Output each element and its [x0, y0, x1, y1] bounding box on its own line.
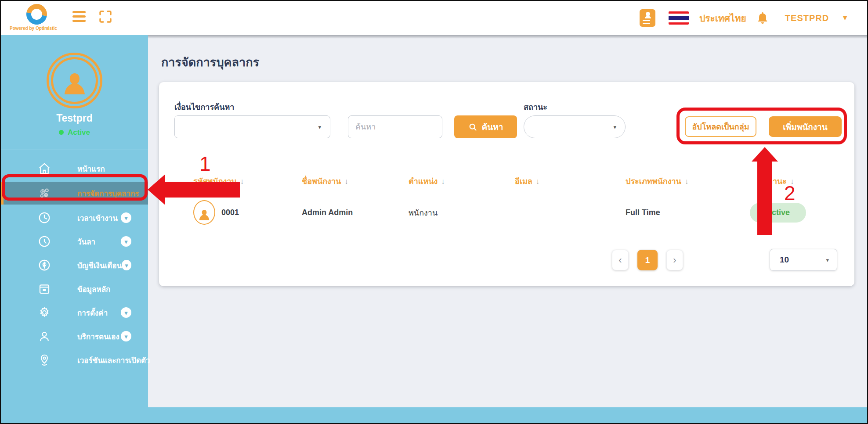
pagination: ‹ 1 ›: [612, 250, 683, 270]
employee-table: รหัสพนักงาน↓ ชื่อพนักงาน↓ ตำแหน่ง↓ อีเมล…: [181, 170, 838, 233]
current-page-button[interactable]: 1: [637, 250, 658, 270]
sidebar-item-payroll[interactable]: บัญชีเงินเดือน ▾: [1, 255, 148, 276]
sort-icon: ↓: [441, 177, 445, 186]
search-icon: [468, 122, 477, 132]
sort-icon: ↓: [240, 177, 244, 186]
topbar: Powered by Optimistic ประเทศไทย: [1, 1, 867, 35]
add-employee-button[interactable]: เพิ่มพนักงาน: [769, 116, 842, 137]
employee-code: 0001: [221, 208, 239, 217]
version-release-icon: [38, 353, 51, 367]
bottom-strip: [1, 407, 867, 423]
page-size-select[interactable]: 10 ▾: [770, 249, 837, 271]
chevron-down-icon[interactable]: ▾: [121, 236, 131, 247]
self-service-icon: [38, 330, 51, 343]
sidebar-nav: หน้าแรก การจัดการบุคลากร เวลาเข้างาน ▾: [1, 158, 148, 370]
header-status[interactable]: สถานะ↓: [750, 175, 838, 187]
app-window: Powered by Optimistic ประเทศไทย: [0, 0, 868, 424]
sidebar: Testprd Active หน้าแรก การจัดการบุคลากร: [1, 35, 148, 407]
status-badge: Active: [750, 203, 806, 223]
table-header-row: รหัสพนักงาน↓ ชื่อพนักงาน↓ ตำแหน่ง↓ อีเมล…: [181, 170, 838, 192]
sort-icon: ↓: [790, 177, 794, 186]
user-menu-label[interactable]: TESTPRD: [785, 13, 829, 23]
topbar-actions: ประเทศไทย TESTPRD ▼: [640, 1, 849, 35]
sidebar-item-version-release[interactable]: เวอร์ชันและการเปิดตัว: [1, 349, 148, 370]
employee-avatar: [193, 200, 215, 225]
avatar: [47, 53, 102, 108]
search-button[interactable]: ค้นหา: [454, 115, 517, 138]
caret-down-icon: ▾: [826, 257, 829, 263]
leave-days-icon: [38, 235, 51, 248]
profile-status: Active: [1, 128, 148, 137]
user-menu-caret-icon[interactable]: ▼: [841, 14, 849, 22]
sidebar-item-master-data[interactable]: ข้อมูลหลัก: [1, 278, 148, 299]
status-filter-select[interactable]: ▾: [524, 115, 626, 138]
search-input[interactable]: [348, 115, 442, 138]
logo-caption: Powered by Optimistic: [10, 26, 57, 31]
sidebar-item-self-service[interactable]: บริการตนเอง ▾: [1, 326, 148, 347]
fullscreen-icon[interactable]: [99, 10, 112, 23]
language-label[interactable]: ประเทศไทย: [699, 11, 746, 25]
payroll-icon: [38, 259, 51, 272]
employee-type: Full Time: [626, 208, 750, 217]
people-management-icon: [38, 187, 51, 200]
search-criteria-select[interactable]: ▾: [174, 115, 330, 138]
online-status-dot: [59, 130, 64, 135]
bulk-upload-button[interactable]: อัปโหลดเป็นกลุ่ม: [685, 116, 756, 137]
home-icon: [38, 162, 51, 175]
sidebar-item-people-management[interactable]: การจัดการบุคลากร: [1, 182, 148, 205]
prev-page-button[interactable]: ‹: [612, 250, 629, 270]
chevron-down-icon[interactable]: ▾: [121, 212, 131, 223]
thailand-flag-icon[interactable]: [669, 11, 689, 25]
caret-down-icon: ▾: [613, 124, 616, 130]
master-data-icon: [38, 282, 51, 295]
sidebar-item-leave[interactable]: วันลา ▾: [1, 231, 148, 252]
chevron-down-icon[interactable]: ▾: [121, 307, 131, 318]
status-filter-label: สถานะ: [524, 101, 547, 113]
employee-name: Admin Admin: [302, 208, 409, 217]
sidebar-item-home[interactable]: หน้าแรก: [1, 158, 148, 179]
profile-block: Testprd Active: [1, 35, 148, 150]
header-email[interactable]: อีเมล↓: [515, 175, 626, 187]
app-logo-icon: [22, 0, 51, 29]
chevron-down-icon[interactable]: ▾: [122, 260, 131, 270]
main-content: การจัดการบุคลากร เงื่อนไขการค้นหา ▾ ค้นห…: [148, 35, 867, 407]
header-position[interactable]: ตำแหน่ง↓: [409, 175, 515, 187]
sort-icon: ↓: [536, 177, 540, 186]
table-row[interactable]: 0001 Admin Admin พนักงาน Full Time Activ…: [181, 192, 838, 233]
sidebar-item-time-attendance[interactable]: เวลาเข้างาน ▾: [1, 207, 148, 228]
sort-icon: ↓: [344, 177, 348, 186]
header-employee-name[interactable]: ชื่อพนักงาน↓: [302, 175, 409, 187]
settings-icon: [38, 306, 51, 319]
header-employee-type[interactable]: ประเภทพนักงาน↓: [626, 175, 750, 187]
time-attendance-icon: [38, 211, 51, 224]
page-title: การจัดการบุคลากร: [161, 53, 259, 72]
next-page-button[interactable]: ›: [666, 250, 683, 270]
employee-position: พนักงาน: [409, 206, 515, 219]
profile-name: Testprd: [1, 112, 148, 124]
header-employee-code[interactable]: รหัสพนักงาน↓: [193, 175, 302, 187]
sort-icon: ↓: [685, 177, 689, 186]
caret-down-icon: ▾: [318, 124, 321, 130]
employee-card-icon[interactable]: [640, 9, 655, 27]
sidebar-item-settings[interactable]: การตั้งค่า ▾: [1, 302, 148, 323]
sidebar-divider: [1, 150, 148, 150]
menu-toggle-button[interactable]: [72, 11, 86, 22]
search-criteria-label: เงื่อนไขการค้นหา: [174, 101, 234, 113]
chevron-down-icon[interactable]: ▾: [121, 331, 131, 341]
employee-panel: เงื่อนไขการค้นหา ▾ ค้นหา สถานะ ▾ อัปโหลด…: [159, 82, 854, 286]
notifications-bell-icon[interactable]: [757, 11, 768, 25]
